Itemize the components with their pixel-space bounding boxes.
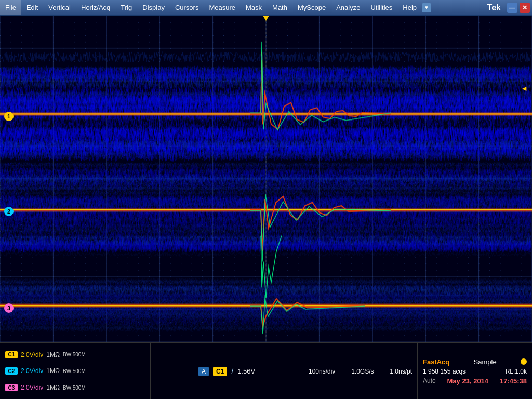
menu-analyze[interactable]: Analyze [331, 0, 365, 15]
tek-logo: Tek [487, 3, 505, 12]
acq-trigger-mode: Auto [423, 377, 436, 384]
close-button[interactable]: ✕ [520, 3, 530, 13]
acq-time: 17:45:38 [500, 377, 527, 385]
ch1-impedance: 1MΩ [46, 351, 60, 358]
menu-utilities[interactable]: Utilities [365, 0, 397, 15]
ch1-status-row: C1 2.0V/div 1MΩ BW:500M [5, 351, 145, 358]
trigger-channel: C1 [213, 367, 227, 376]
ch1-label[interactable]: 1 [4, 112, 14, 121]
menu-bar: File Edit Vertical Horiz/Acq Trig Displa… [0, 0, 431, 15]
sample-rate: 1.0GS/s [351, 368, 374, 375]
pts-label: 1.0ns/pt [390, 368, 412, 375]
trigger-edge: / [231, 367, 233, 376]
acq-count: 1 958 155 acqs [423, 368, 466, 375]
trigger-section: A C1 / 1.56V [151, 343, 303, 399]
trigger-badge: A [198, 367, 209, 376]
scope-display: 1 2 3 ◄ [0, 16, 532, 343]
acq-count-row: 1 958 155 acqs RL:1.0k [423, 368, 527, 375]
acq-date: May 23, 2014 [447, 377, 489, 385]
channel-settings-section: C1 2.0V/div 1MΩ BW:500M C2 2.0V/div 1MΩ … [0, 343, 151, 399]
ch2-indicator[interactable]: C2 [5, 367, 18, 375]
acq-type: Sample [474, 358, 497, 366]
ch1-bw: BW:500M [63, 352, 86, 357]
trigger-arrow: ◄ [521, 84, 528, 92]
ch1-indicator[interactable]: C1 [5, 351, 18, 358]
menu-math[interactable]: Math [267, 0, 292, 15]
waveform-canvas [0, 16, 532, 342]
ch2-label[interactable]: 2 [4, 207, 14, 216]
ch3-impedance: 1MΩ [46, 384, 60, 391]
ch3-status-row: C3 2.0V/div 1MΩ BW:500M [5, 384, 145, 391]
menu-vertical[interactable]: Vertical [43, 0, 76, 15]
status-bar: C1 2.0V/div 1MΩ BW:500M C2 2.0V/div 1MΩ … [0, 343, 532, 399]
timing-row-1: 100ns/div 1.0GS/s 1.0ns/pt [309, 368, 412, 375]
acq-mode-label: FastAcq [423, 358, 449, 366]
ch2-impedance: 1MΩ [46, 367, 60, 375]
acquisition-section: FastAcq Sample 1 958 155 acqs RL:1.0k Au… [418, 343, 532, 399]
title-right: Tek — ✕ [487, 3, 532, 13]
acq-dot [521, 358, 527, 365]
ch1-volts: 2.0V/div [21, 351, 43, 358]
acq-rl: RL:1.0k [506, 368, 527, 375]
titlebar: File Edit Vertical Horiz/Acq Trig Displa… [0, 0, 532, 16]
menu-display[interactable]: Display [137, 0, 170, 15]
menu-dropdown[interactable]: ▼ [422, 3, 431, 12]
menu-file[interactable]: File [0, 0, 21, 15]
time-div: 100ns/div [309, 368, 335, 375]
trigger-level: 1.56V [237, 367, 255, 375]
timing-section: 100ns/div 1.0GS/s 1.0ns/pt [303, 343, 418, 399]
menu-myscope[interactable]: MyScope [292, 0, 331, 15]
menu-mask[interactable]: Mask [241, 0, 267, 15]
menu-horiz-acq[interactable]: Horiz/Acq [76, 0, 115, 15]
ch2-bw: BW:500M [63, 368, 86, 374]
acq-time-row: Auto May 23, 2014 17:45:38 [423, 377, 527, 385]
menu-cursors[interactable]: Cursors [170, 0, 204, 15]
ch2-status-row: C2 2.0V/div 1MΩ BW:500M [5, 367, 145, 375]
ch2-volts: 2.0V/div [21, 367, 43, 375]
ch3-volts: 2.0V/div [21, 384, 43, 391]
acq-mode-row: FastAcq Sample [423, 358, 527, 366]
trigger-info: A C1 / 1.56V [198, 367, 255, 376]
ch3-label[interactable]: 3 [4, 303, 14, 313]
menu-trig[interactable]: Trig [115, 0, 137, 15]
menu-measure[interactable]: Measure [204, 0, 241, 15]
menu-edit[interactable]: Edit [21, 0, 43, 15]
ch3-bw: BW:500M [63, 385, 86, 391]
ch3-indicator[interactable]: C3 [5, 384, 18, 391]
minimize-button[interactable]: — [507, 3, 517, 13]
menu-help[interactable]: Help [397, 0, 422, 15]
